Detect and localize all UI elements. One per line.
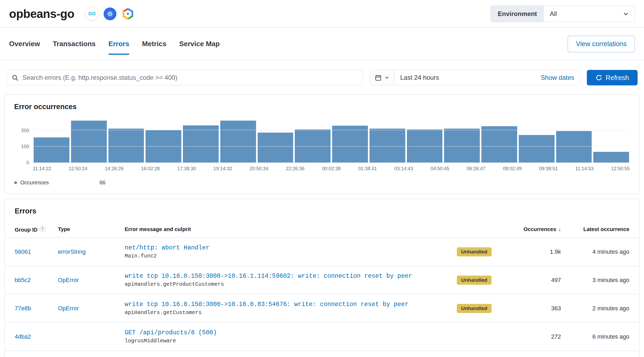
show-dates-link[interactable]: Show dates — [541, 74, 580, 81]
error-culprit: Main.func2 — [125, 253, 449, 259]
errors-table: Group ID? Type Error message and culprit… — [5, 221, 639, 351]
x-tick-label: 17:38:30 — [177, 166, 196, 172]
tab-overview[interactable]: Overview — [9, 28, 40, 60]
occurrences-count: 497 — [510, 277, 561, 284]
y-tick-label: 200 — [21, 128, 29, 133]
chart-bar[interactable] — [258, 133, 293, 162]
legend-dot-icon — [14, 181, 17, 184]
chart-y-axis: 0100200 — [14, 117, 33, 163]
tab-errors[interactable]: Errors — [108, 28, 129, 60]
chart-bar[interactable] — [370, 129, 405, 162]
error-group-id-link[interactable]: 56061 — [15, 248, 31, 255]
chart-bar[interactable] — [220, 121, 256, 162]
refresh-icon — [595, 74, 602, 81]
chart-bar[interactable] — [34, 137, 69, 162]
error-message-link[interactable]: write tcp 10.16.0.150:3000->10.16.1.114:… — [125, 273, 449, 280]
refresh-label: Refresh — [606, 74, 629, 82]
col-message: Error message and culprit — [125, 226, 457, 232]
chart-bar[interactable] — [481, 126, 517, 162]
x-tick-label: 11:14:53 — [575, 166, 594, 172]
col-occurrences[interactable]: Occurrences↓ — [510, 226, 561, 232]
service-title: opbeans-go — [9, 7, 74, 21]
error-group-id-link[interactable]: 77e8b — [15, 305, 31, 312]
quick-select-button[interactable] — [370, 70, 394, 85]
error-type-link[interactable]: OpError — [58, 277, 79, 283]
chart-bar[interactable] — [519, 135, 555, 162]
agent-icons: GO — [85, 7, 134, 20]
chart-x-axis: 11:14:2212:50:2414:26:2616:02:2817:38:30… — [33, 166, 630, 172]
x-tick-label: 01:38:41 — [358, 166, 377, 172]
unhandled-badge: Unhandled — [457, 304, 492, 313]
chart-bar[interactable] — [593, 152, 629, 162]
help-icon[interactable]: ? — [40, 226, 45, 232]
error-culprit: apiHandlers.getCustomers — [125, 310, 449, 316]
environment-label: Environment — [491, 6, 544, 22]
gridline — [33, 146, 630, 146]
col-group-id-label: Group ID — [15, 227, 38, 233]
x-tick-label: 00:02:38 — [322, 166, 341, 172]
time-range-button[interactable]: Last 24 hours — [394, 74, 541, 81]
latest-occurrence: 3 minutes ago — [561, 277, 629, 284]
tab-transactions[interactable]: Transactions — [53, 28, 96, 60]
tab-metrics[interactable]: Metrics — [142, 28, 166, 60]
table-row: bb5c2OpErrorwrite tcp 10.16.0.150:3000->… — [5, 266, 639, 294]
chart-bar[interactable] — [183, 125, 219, 162]
error-message-link[interactable]: net/http: abort Handler — [125, 244, 449, 251]
error-culprit: apiHandlers.getProductCustomers — [125, 281, 449, 287]
chart-bar[interactable] — [556, 131, 592, 162]
x-tick-label: 16:02:28 — [141, 166, 160, 172]
x-tick-label: 08:02:49 — [503, 166, 522, 172]
search-box — [6, 70, 363, 85]
error-message-link[interactable]: GET /api/products/6 (500) — [125, 329, 449, 336]
chart-bar[interactable] — [108, 129, 144, 162]
environment-select[interactable]: Environment All — [490, 6, 635, 22]
error-group-id-link[interactable]: bb5c2 — [15, 277, 31, 283]
occurrences-count: 272 — [510, 333, 561, 340]
table-row: 4dba2GET /api/products/6 (500)logrusMidd… — [5, 323, 639, 351]
error-group-id-link[interactable]: 4dba2 — [15, 333, 31, 340]
x-tick-label: 12:50:55 — [611, 166, 630, 172]
chart-bars — [33, 117, 630, 162]
table-row: 77e8bOpErrorwrite tcp 10.16.0.150:3000->… — [5, 294, 639, 323]
x-tick-label: 06:26:47 — [467, 166, 485, 172]
col-occurrences-label: Occurrences — [524, 226, 556, 232]
chart-bar[interactable] — [444, 129, 480, 162]
error-occurrences-title: Error occurrences — [14, 103, 630, 111]
go-agent-icon: GO — [85, 7, 98, 20]
error-type-link[interactable]: errorString — [58, 248, 86, 255]
col-latest-occurrence: Latest occurrence — [561, 226, 629, 232]
gridline — [33, 130, 630, 130]
legend-label: Occurences — [20, 180, 49, 186]
x-tick-label: 14:26:26 — [105, 166, 124, 172]
search-errors-input[interactable] — [22, 74, 358, 81]
col-group-id: Group ID? — [15, 226, 58, 233]
x-tick-label: 12:50:24 — [69, 166, 87, 172]
x-tick-label: 19:14:32 — [213, 166, 232, 172]
chart-legend-item[interactable]: Occurences 66 — [14, 180, 630, 186]
environment-value: All — [550, 10, 557, 18]
error-type-link[interactable]: OpError — [58, 305, 79, 312]
kubernetes-icon — [104, 7, 116, 20]
search-icon — [11, 74, 19, 81]
y-tick-label: 100 — [21, 144, 29, 149]
latest-occurrence: 2 minutes ago — [561, 305, 629, 312]
latest-occurrence: 6 minutes ago — [561, 333, 629, 340]
chart-bar[interactable] — [332, 126, 368, 162]
error-message-link[interactable]: write tcp 10.16.0.150:3000->10.16.0.83:5… — [125, 301, 449, 308]
unhandled-badge: Unhandled — [457, 276, 492, 285]
errors-table-body: 56061errorStringnet/http: abort HandlerM… — [5, 238, 639, 351]
occurrences-count: 1.9k — [510, 248, 561, 255]
errors-panel: Errors Group ID? Type Error message and … — [4, 199, 640, 357]
chart-bar[interactable] — [71, 121, 107, 162]
x-tick-label: 11:14:22 — [33, 166, 51, 172]
app-header: opbeans-go GO — [0, 0, 644, 28]
errors-title: Errors — [5, 207, 639, 215]
refresh-button[interactable]: Refresh — [587, 70, 638, 85]
occurrences-count: 363 — [510, 305, 561, 312]
calendar-icon — [375, 74, 382, 81]
gcp-icon — [122, 8, 134, 20]
unhandled-badge: Unhandled — [457, 247, 492, 256]
x-tick-label: 09:38:51 — [539, 166, 558, 172]
tab-service-map[interactable]: Service Map — [179, 28, 220, 60]
view-correlations-button[interactable]: View correlations — [568, 36, 635, 52]
